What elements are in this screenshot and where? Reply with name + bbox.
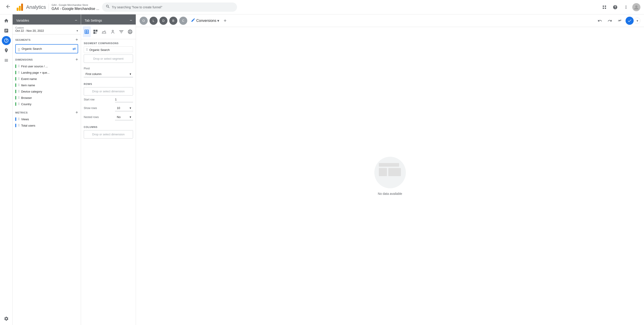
user-avatar[interactable] (632, 3, 640, 11)
segment-organic-search[interactable]: Organic Search ⇌ (15, 44, 78, 53)
date-value[interactable]: Oct 22 - Nov 20, 2022 ▾ (15, 29, 78, 33)
start-row-field: Start row (84, 97, 133, 102)
svg-point-6 (128, 30, 132, 34)
rows-drop-zone[interactable]: Drop or select dimension (84, 87, 133, 96)
met-label: Total users (21, 124, 35, 127)
svg-rect-2 (21, 4, 23, 11)
show-rows-select[interactable]: 10 ▾ (115, 105, 133, 111)
dim-bar-icon (15, 83, 16, 87)
show-rows-arrow-icon: ▾ (130, 106, 131, 110)
tab-pivot-icon[interactable] (92, 26, 100, 37)
variables-panel-title: Variables (16, 19, 29, 22)
nav-reports[interactable] (2, 26, 11, 35)
report-toolbar: O L D B C Conversions (136, 15, 644, 27)
dim-label: Landing page + que... (21, 71, 50, 74)
segment-comparison-organic-search[interactable]: ⠿ Organic Search (84, 46, 133, 53)
save-button[interactable] (626, 17, 634, 25)
tab-line-icon[interactable] (100, 26, 108, 37)
report-name: Conversions (196, 19, 216, 23)
dim-label: Event name (21, 77, 37, 81)
tab-settings-panel: Tab Settings − (81, 15, 136, 325)
tab-settings-minimize[interactable]: − (130, 18, 132, 23)
pivot-value: First column (86, 72, 102, 76)
metric-views[interactable]: ⠿ Views (12, 116, 81, 122)
dimension-event-name[interactable]: ⠿ Event name (12, 76, 81, 82)
nav-settings[interactable] (2, 314, 11, 323)
mock-cell-1 (379, 168, 387, 176)
mock-row-1 (379, 163, 399, 167)
app-logo: Analytics (15, 3, 46, 12)
mock-row-group (379, 168, 401, 176)
pivot-select[interactable]: First column ▾ (84, 71, 133, 77)
badge-c[interactable]: C (179, 17, 187, 25)
nav-explore[interactable] (2, 36, 11, 45)
rows-section: ROWS Drop or select dimension Start row … (81, 83, 136, 126)
dim-label: Device category (21, 90, 42, 93)
back-button[interactable] (4, 2, 12, 12)
tab-table-icon[interactable] (83, 26, 91, 37)
topbar-actions (600, 3, 640, 12)
dimension-browser[interactable]: ⠿ Browser (12, 95, 81, 101)
share-button[interactable] (616, 17, 624, 25)
dim-label: First user source / ... (21, 65, 48, 68)
data-area: No data available (136, 27, 644, 325)
badge-o[interactable]: O (140, 17, 148, 25)
segment-drop-zone[interactable]: Drop or select segment (84, 55, 133, 63)
variables-panel-minimize[interactable]: − (75, 18, 77, 23)
nested-rows-label: Nested rows (84, 116, 99, 119)
redo-button[interactable] (606, 17, 614, 25)
property-name: GA4 - Google Merchandise ... (52, 7, 99, 11)
settings-scroll: SEGMENT COMPARISONS ⠿ Organic Search Dro… (81, 39, 136, 325)
add-tab-button[interactable]: + (221, 17, 229, 25)
search-icon (106, 4, 110, 10)
report-name-dropdown-icon[interactable]: ▾ (217, 18, 219, 23)
dimension-landing-page[interactable]: ⠿ Landing page + que... (12, 69, 81, 76)
nav-configure[interactable] (2, 56, 11, 65)
segments-title: SEGMENTS (15, 39, 30, 41)
columns-section: COLUMNS Drop or select dimension (81, 126, 136, 143)
badge-l[interactable]: L (150, 17, 158, 25)
main-content: O L D B C Conversions (136, 15, 644, 325)
segment-label: Organic Search (22, 47, 71, 51)
dimensions-add-button[interactable]: + (76, 57, 78, 62)
undo-button[interactable] (596, 17, 604, 25)
variables-panel-header: Variables − (12, 15, 81, 25)
dimension-device-category[interactable]: ⠿ Device category (12, 88, 81, 95)
metrics-title: METRICS (15, 111, 28, 114)
tab-settings-icon[interactable] (109, 26, 117, 37)
met-bar-icon (15, 124, 16, 127)
dimension-item-name[interactable]: ⠿ Item name (12, 82, 81, 88)
start-row-input[interactable] (115, 97, 133, 102)
badge-d-label: D (162, 19, 164, 23)
tab-filter-icon[interactable] (118, 26, 126, 37)
svg-point-5 (112, 30, 114, 32)
columns-drop-zone[interactable]: Drop or select dimension (84, 130, 133, 139)
app-name: Analytics (26, 4, 46, 10)
dim-drag-icon: ⠿ (18, 83, 20, 87)
nested-rows-arrow-icon: ▾ (130, 115, 131, 119)
help-button[interactable] (611, 3, 620, 12)
dimension-first-user-source[interactable]: ⠿ First user source / ... (12, 63, 81, 69)
save-dropdown-button[interactable]: ▾ (634, 18, 640, 24)
nav-home[interactable] (2, 16, 11, 25)
grid-button[interactable] (600, 3, 609, 12)
dimension-country[interactable]: ⠿ Country (12, 101, 81, 107)
tab-globe-icon[interactable] (126, 26, 134, 37)
search-area: Try searching "how to create funnel" (102, 3, 237, 12)
more-button[interactable] (622, 3, 630, 12)
metrics-add-button[interactable]: + (76, 110, 78, 115)
main-layout: Variables − Custom Oct 22 - Nov 20, 2022… (0, 15, 644, 325)
nested-rows-select[interactable]: No ▾ (115, 114, 133, 120)
svg-point-4 (635, 6, 638, 8)
met-drag-icon: ⠿ (18, 124, 20, 127)
nav-advertising[interactable] (2, 46, 11, 55)
badge-b[interactable]: B (169, 17, 178, 25)
segments-add-button[interactable]: + (76, 37, 78, 42)
search-box[interactable]: Try searching "how to create funnel" (102, 3, 237, 12)
date-range[interactable]: Custom Oct 22 - Nov 20, 2022 ▾ (12, 25, 81, 35)
metric-total-users[interactable]: ⠿ Total users (12, 122, 81, 129)
dim-label: Country (21, 103, 32, 106)
badge-d[interactable]: D (159, 17, 168, 25)
date-label: Custom (15, 26, 78, 29)
start-row-label: Start row (84, 98, 94, 101)
